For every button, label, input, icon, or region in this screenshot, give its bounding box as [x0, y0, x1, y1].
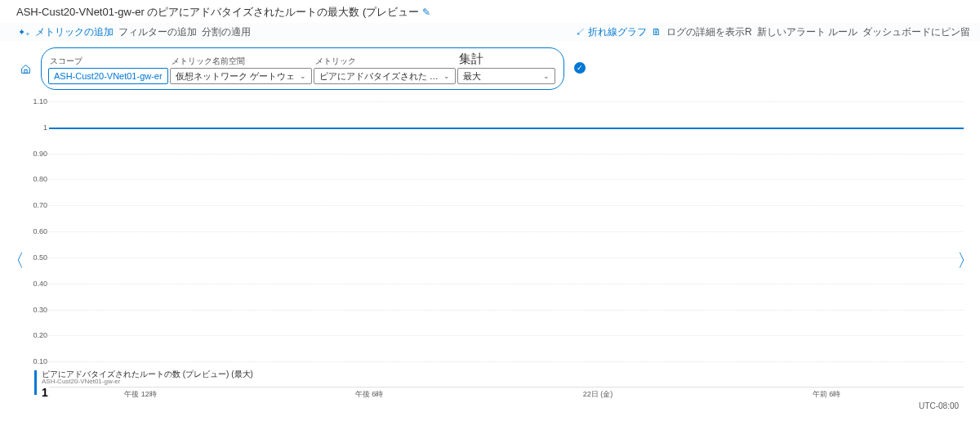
chart-ytick: 0.50 [28, 253, 47, 262]
chart-legend: ピアにアドバタイズされたルートの数 (プレビュー) (最大) ASH-Cust2… [34, 370, 253, 399]
namespace-label: メトリック名前空間 [170, 56, 312, 67]
legend-series-value: 1 [42, 386, 253, 399]
chart-gridline [49, 179, 964, 180]
chart-ytick: 0.80 [28, 175, 47, 183]
aggregation-field[interactable]: 集計 最大 ⌄ [457, 52, 555, 84]
chart-gridline [49, 231, 964, 232]
metric-selector-pill: スコープ ASH-Cust20-VNet01-gw-er メトリック名前空間 仮… [41, 47, 564, 90]
aggregation-value: 最大 [463, 70, 481, 83]
chart-gridline [49, 258, 964, 258]
chart-gridline [49, 335, 964, 336]
edit-title-icon[interactable]: ✎ [422, 7, 430, 18]
chevron-down-icon: ⌄ [443, 72, 450, 80]
chart-gridline [49, 154, 964, 155]
chart-ytick: 0.60 [28, 227, 47, 235]
chart-xtick: 22日 (金) [583, 389, 613, 400]
chart-xtick: 午後 6時 [355, 389, 384, 400]
chart-gridline [49, 310, 964, 311]
add-metric-button[interactable]: メトリックの追加 [35, 25, 114, 39]
chart-gridline [49, 205, 964, 206]
chevron-down-icon: ⌄ [543, 72, 550, 80]
chart-ytick: 1.10 [28, 97, 47, 105]
chart-ytick: 0.20 [28, 331, 47, 339]
sparkle-icon: ✦₊ [18, 27, 30, 38]
pin-dashboard-button[interactable]: ダッシュボードにピン留 [862, 25, 970, 39]
chart-gridline [49, 361, 964, 362]
chart-ytick: 0.70 [28, 201, 47, 209]
confirm-icon[interactable]: ✓ [574, 62, 586, 74]
metric-field[interactable]: メトリック ピアにアドバタイズされた … ⌄ [314, 56, 456, 84]
log-detail-button[interactable]: ログの詳細を表示R [666, 25, 752, 39]
prev-chart-button[interactable]: 〈 [3, 249, 28, 273]
chart-type-icon: ↙ [576, 26, 586, 38]
line-chart: 1.1010.900.800.700.600.500.400.300.200.1… [28, 101, 964, 402]
chart-ytick: 1 [28, 123, 47, 132]
toolbar: ✦₊ メトリックの追加 フィルターの追加 分割の適用 ↙ 折れ線グラフ 🗎 ログ… [0, 23, 980, 41]
log-detail-icon: 🗎 [652, 26, 662, 38]
legend-color-bar [34, 370, 37, 395]
aggregation-label: 集計 [457, 52, 555, 67]
chart-type-label: 折れ線グラフ [588, 26, 647, 38]
chevron-down-icon: ⌄ [300, 72, 306, 80]
chart-type-dropdown[interactable]: ↙ 折れ線グラフ [576, 25, 647, 39]
chart-ytick: 0.30 [28, 306, 47, 314]
chart-ytick: 0.90 [28, 150, 47, 158]
metric-selector-row: スコープ ASH-Cust20-VNet01-gw-er メトリック名前空間 仮… [0, 41, 980, 96]
add-filter-button[interactable]: フィルターの追加 [118, 25, 197, 39]
apply-split-button[interactable]: 分割の適用 [202, 25, 251, 39]
chart-ytick: 0.40 [28, 280, 47, 288]
page-title: ASH-Cust20-VNet01-gw-er のピアにアドバタイズされたルート… [0, 0, 980, 23]
metric-value: ピアにアドバタイズされた … [319, 70, 439, 83]
title-text: ASH-Cust20-VNet01-gw-er のピアにアドバタイズされたルート… [16, 5, 419, 20]
metric-label: メトリック [314, 56, 456, 67]
chart-gridline [49, 101, 964, 102]
namespace-value: 仮想ネットワーク ゲートウェ [176, 70, 295, 83]
chart-series-line [49, 128, 964, 129]
chart-gridline [49, 284, 964, 284]
namespace-field[interactable]: メトリック名前空間 仮想ネットワーク ゲートウェ ⌄ [170, 56, 312, 84]
svg-rect-0 [24, 69, 26, 73]
scope-value: ASH-Cust20-VNet01-gw-er [54, 71, 163, 81]
new-alert-button[interactable]: 新しいアラート ルール [757, 25, 858, 39]
utc-offset-label: UTC-08:00 [919, 401, 959, 410]
chart-ytick: 0.10 [28, 357, 47, 365]
chart-xtick: 午前 6時 [813, 389, 841, 400]
scope-label: スコープ [48, 56, 168, 67]
chart-panel: 〈 〉 1.1010.900.800.700.600.500.400.300.2… [0, 101, 980, 402]
scope-field[interactable]: スコープ ASH-Cust20-VNet01-gw-er [48, 56, 168, 84]
legend-series-scope: ASH-Cust20-VNet01-gw-er [42, 379, 253, 386]
gateway-icon [20, 63, 31, 74]
